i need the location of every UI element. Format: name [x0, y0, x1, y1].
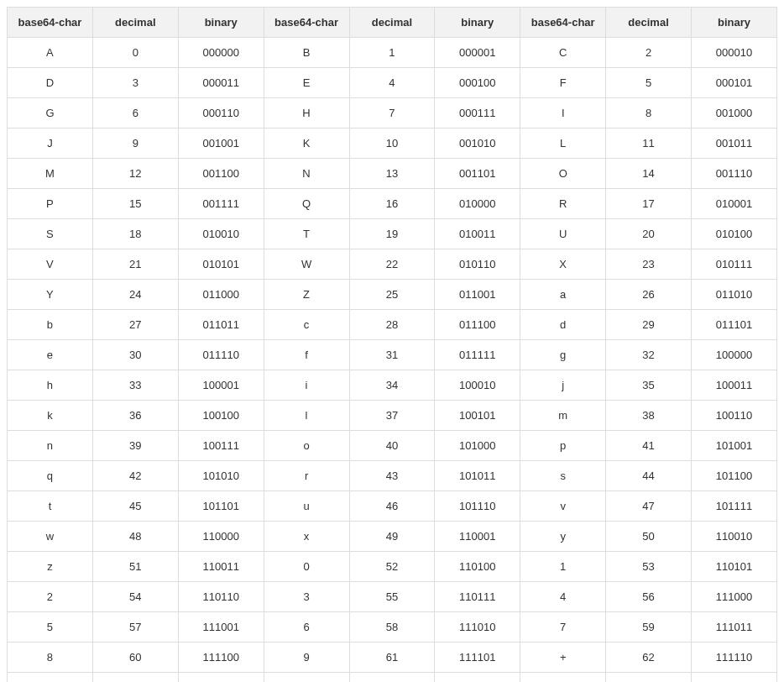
- table-cell: 44: [606, 461, 692, 491]
- table-cell: 111010: [435, 612, 520, 643]
- table-cell: 111101: [435, 643, 520, 673]
- table-cell: 100010: [435, 370, 520, 401]
- table-row: t45101101u46101110v47101111: [8, 491, 777, 522]
- table-cell: 001110: [692, 159, 777, 189]
- table-cell: t: [8, 491, 93, 522]
- table-cell: 000001: [435, 38, 520, 68]
- table-cell: 101111: [692, 491, 777, 522]
- table-cell: 45: [92, 491, 178, 522]
- column-header: base64-char: [264, 8, 349, 38]
- table-cell: K: [264, 129, 349, 159]
- table-cell: 58: [349, 612, 435, 643]
- table-cell: 57: [92, 612, 178, 643]
- table-row: Y24011000Z25011001a26011010: [8, 280, 777, 310]
- table-cell: 010011: [435, 219, 520, 249]
- table-cell: 4: [520, 582, 606, 612]
- table-row: P15001111Q16010000R17010001: [8, 189, 777, 219]
- table-cell: 8: [606, 98, 692, 129]
- table-cell: 000110: [178, 98, 264, 129]
- table-cell: 3: [92, 68, 178, 98]
- table-cell: G: [8, 98, 93, 129]
- table-cell: P: [8, 189, 93, 219]
- table-cell: F: [520, 68, 606, 98]
- table-row: A0000000B1000001C2000010: [8, 38, 777, 68]
- table-cell: 48: [92, 522, 178, 552]
- table-row: M12001100N13001101O14001110: [8, 159, 777, 189]
- table-cell: [349, 673, 435, 683]
- table-cell: 40: [349, 431, 435, 461]
- table-cell: 32: [606, 340, 692, 370]
- table-cell: 15: [92, 189, 178, 219]
- table-cell: 000010: [692, 38, 777, 68]
- table-cell: g: [520, 340, 606, 370]
- table-row: 860111100961111101+62111110: [8, 643, 777, 673]
- table-cell: 000101: [692, 68, 777, 98]
- column-header: binary: [435, 8, 520, 38]
- table-cell: 38: [606, 401, 692, 431]
- table-cell: 101000: [435, 431, 520, 461]
- table-cell: 010000: [435, 189, 520, 219]
- table-cell: D: [8, 68, 93, 98]
- table-cell: Z: [264, 280, 349, 310]
- table-cell: 101101: [178, 491, 264, 522]
- table-cell: M: [8, 159, 93, 189]
- table-cell: 41: [606, 431, 692, 461]
- table-cell: y: [520, 522, 606, 552]
- table-row: D3000011E4000100F5000101: [8, 68, 777, 98]
- table-cell: 34: [349, 370, 435, 401]
- table-cell: 011100: [435, 310, 520, 340]
- table-cell: r: [264, 461, 349, 491]
- table-cell: w: [8, 522, 93, 552]
- table-row: b27011011c28011100d29011101: [8, 310, 777, 340]
- table-cell: W: [264, 249, 349, 280]
- table-cell: 0: [92, 38, 178, 68]
- table-cell: 011000: [178, 280, 264, 310]
- table-cell: 30: [92, 340, 178, 370]
- table-cell: /: [8, 673, 93, 683]
- table-cell: 000000: [178, 38, 264, 68]
- table-cell: 62: [606, 643, 692, 673]
- table-header-row: base64-chardecimalbinarybase64-chardecim…: [8, 8, 777, 38]
- table-cell: 101001: [692, 431, 777, 461]
- table-cell: j: [520, 370, 606, 401]
- table-cell: 111111: [178, 673, 264, 683]
- table-cell: 100001: [178, 370, 264, 401]
- table-cell: R: [520, 189, 606, 219]
- table-cell: c: [264, 310, 349, 340]
- table-cell: 9: [264, 643, 349, 673]
- table-cell: 11: [606, 129, 692, 159]
- table-cell: 111000: [692, 582, 777, 612]
- table-row: J9001001K10001010L11001011: [8, 129, 777, 159]
- table-cell: S: [8, 219, 93, 249]
- table-cell: 20: [606, 219, 692, 249]
- table-cell: 011011: [178, 310, 264, 340]
- table-cell: 39: [92, 431, 178, 461]
- table-cell: 101010: [178, 461, 264, 491]
- table-cell: 25: [349, 280, 435, 310]
- table-cell: 011111: [435, 340, 520, 370]
- table-cell: 010101: [178, 249, 264, 280]
- table-cell: 22: [349, 249, 435, 280]
- table-cell: 27: [92, 310, 178, 340]
- table-cell: Q: [264, 189, 349, 219]
- base64-encoding-table: base64-chardecimalbinarybase64-chardecim…: [7, 7, 777, 682]
- table-cell: H: [264, 98, 349, 129]
- table-cell: 28: [349, 310, 435, 340]
- table-cell: 10: [349, 129, 435, 159]
- table-cell: a: [520, 280, 606, 310]
- table-cell: d: [520, 310, 606, 340]
- table-cell: 29: [606, 310, 692, 340]
- table-cell: 43: [349, 461, 435, 491]
- table-cell: 14: [606, 159, 692, 189]
- table-cell: 12: [92, 159, 178, 189]
- table-cell: 61: [349, 643, 435, 673]
- table-cell: 6: [92, 98, 178, 129]
- table-cell: n: [8, 431, 93, 461]
- table-cell: 18: [92, 219, 178, 249]
- table-cell: 47: [606, 491, 692, 522]
- table-cell: 26: [606, 280, 692, 310]
- column-header: base64-char: [8, 8, 93, 38]
- table-cell: 54: [92, 582, 178, 612]
- table-cell: [692, 673, 777, 683]
- table-cell: 50: [606, 522, 692, 552]
